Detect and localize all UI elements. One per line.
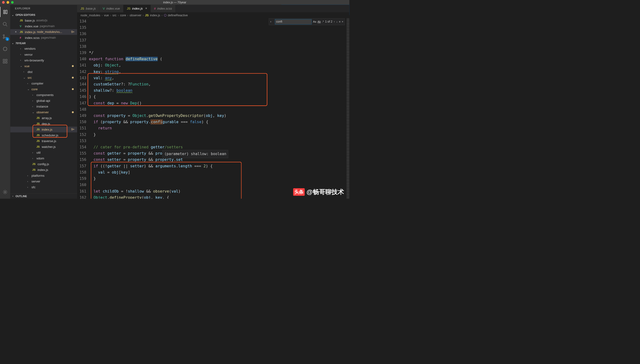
maximize-window[interactable] bbox=[11, 1, 14, 4]
tab-base-js[interactable]: JSbase.js bbox=[77, 5, 99, 12]
js-file-icon: JS bbox=[145, 14, 149, 17]
js-file-icon: JS bbox=[32, 168, 36, 172]
minimize-window[interactable] bbox=[7, 1, 9, 4]
js-file-icon: JS bbox=[127, 7, 131, 10]
svg-point-4 bbox=[3, 47, 7, 51]
modified-dot-icon bbox=[72, 88, 74, 90]
window-controls bbox=[2, 1, 14, 4]
tree-file[interactable]: JSarray.js bbox=[10, 115, 77, 121]
scss-file-icon: # bbox=[154, 7, 156, 10]
titlebar: index.js — 70year bbox=[0, 0, 350, 5]
js-file-icon: JS bbox=[81, 7, 84, 10]
explorer-icon[interactable] bbox=[0, 7, 10, 17]
code-lines[interactable]: (parameter) shallow: boolean */export fu… bbox=[89, 18, 349, 198]
tree-folder[interactable]: ›util bbox=[10, 150, 77, 156]
open-editor-item[interactable]: × JS index.js node_modules/vu... 9+ bbox=[10, 29, 77, 35]
watermark-logo: 头条 bbox=[293, 188, 305, 196]
tab-index-js[interactable]: JSindex.js× bbox=[124, 5, 151, 12]
tree-folder[interactable]: ›instance bbox=[10, 104, 77, 109]
symbol-icon: ⬡ bbox=[164, 14, 167, 17]
code-editor[interactable]: › Aa Ab .* 1 of 2 ↑ ↓ ≡ × 13413513613713… bbox=[77, 18, 349, 198]
activity-bar: 1 bbox=[0, 5, 10, 199]
project-header[interactable]: ⌄ 70YEAR bbox=[10, 40, 77, 46]
problems-badge: 9+ bbox=[71, 30, 75, 34]
sidebar-title: EXPLORER bbox=[10, 5, 77, 12]
svg-point-3 bbox=[3, 37, 4, 38]
svg-rect-5 bbox=[3, 59, 5, 61]
tree-folder[interactable]: ›components bbox=[10, 92, 77, 98]
debug-icon[interactable] bbox=[0, 44, 10, 54]
sidebar: EXPLORER ⌄ OPEN EDITORS × JS base.js ass… bbox=[10, 5, 77, 199]
tab-bar: JSbase.js Vindex.vue JSindex.js× #index.… bbox=[77, 5, 349, 12]
tree-folder[interactable]: ⌄observer bbox=[10, 109, 77, 115]
tree-folder[interactable]: ›dist bbox=[10, 69, 77, 75]
open-editors-list: × JS base.js assets/js × V index.vue pag… bbox=[10, 18, 77, 40]
js-file-icon: JS bbox=[20, 30, 24, 34]
js-file-icon: JS bbox=[37, 140, 40, 142]
tree-folder[interactable]: ›global-api bbox=[10, 98, 77, 104]
tree-folder[interactable]: ›vendors bbox=[10, 46, 77, 52]
vue-file-icon: V bbox=[20, 25, 24, 28]
tree-folder[interactable]: ⌄vue bbox=[10, 63, 77, 69]
tree-folder[interactable]: ›vm-browserify bbox=[10, 58, 77, 63]
settings-icon[interactable] bbox=[0, 187, 10, 197]
breadcrumb[interactable]: node_modules› vue› src› core› observer› … bbox=[77, 12, 349, 18]
tab-index-scss[interactable]: #index.scss bbox=[151, 5, 176, 12]
window-title: index.js — 70year bbox=[163, 1, 186, 4]
open-editor-item[interactable]: × # index.scss pages/main bbox=[10, 35, 77, 40]
minimap[interactable] bbox=[347, 18, 350, 198]
tree-folder[interactable]: ⌄core bbox=[10, 86, 77, 92]
svg-point-1 bbox=[3, 34, 4, 36]
tree-file[interactable]: JSwatcher.js bbox=[10, 144, 77, 150]
chevron-right-icon: › bbox=[11, 195, 15, 197]
close-icon[interactable]: × bbox=[15, 30, 18, 34]
tree-folder[interactable]: ›vdom bbox=[10, 156, 77, 161]
tree-file[interactable]: JSscheduler.js bbox=[10, 132, 77, 138]
tree-folder[interactable]: ›verror bbox=[10, 52, 77, 58]
modified-dot-icon bbox=[72, 76, 74, 78]
source-control-icon[interactable]: 1 bbox=[0, 32, 10, 42]
js-file-icon: JS bbox=[32, 162, 36, 166]
svg-point-9 bbox=[5, 191, 6, 192]
tree-file[interactable]: JSindex.js bbox=[10, 167, 77, 173]
vue-file-icon: V bbox=[103, 7, 105, 10]
js-file-icon: JS bbox=[37, 145, 40, 148]
tree-file[interactable]: JSdep.js bbox=[10, 121, 77, 126]
close-window[interactable] bbox=[2, 1, 5, 4]
close-icon[interactable]: × bbox=[145, 7, 147, 10]
open-editor-item[interactable]: × JS base.js assets/js bbox=[10, 18, 77, 23]
tree-file[interactable]: JSindex.js9+ bbox=[10, 126, 77, 132]
chevron-down-icon: ⌄ bbox=[11, 14, 15, 16]
svg-point-0 bbox=[3, 22, 6, 26]
modified-dot-icon bbox=[72, 112, 74, 113]
scm-badge: 1 bbox=[6, 37, 9, 41]
watermark: 头条 @畅哥聊技术 bbox=[293, 188, 344, 196]
tree-folder[interactable]: ›sfc bbox=[10, 184, 77, 190]
tree-file[interactable]: JSconfig.js bbox=[10, 161, 77, 167]
js-file-icon: JS bbox=[37, 116, 40, 120]
modified-dot-icon bbox=[72, 65, 74, 67]
js-file-icon: JS bbox=[20, 19, 24, 22]
svg-rect-7 bbox=[3, 62, 5, 63]
tree-folder[interactable]: ›platforms bbox=[10, 173, 77, 179]
hover-tooltip: (parameter) shallow: boolean bbox=[162, 150, 228, 158]
js-file-icon: JS bbox=[37, 128, 40, 131]
svg-rect-6 bbox=[6, 59, 7, 61]
editor-area: JSbase.js Vindex.vue JSindex.js× #index.… bbox=[77, 5, 349, 199]
tree-folder[interactable]: ⌄src bbox=[10, 75, 77, 80]
search-icon[interactable] bbox=[0, 19, 10, 30]
problems-badge: 9+ bbox=[71, 128, 75, 131]
tab-index-vue[interactable]: Vindex.vue bbox=[99, 5, 123, 12]
scss-file-icon: # bbox=[20, 36, 24, 40]
outline-header[interactable]: › OUTLINE bbox=[10, 194, 77, 199]
tree-file[interactable]: JStraverse.js bbox=[10, 138, 77, 144]
tree-folder[interactable]: ›compiler bbox=[10, 80, 77, 86]
file-tree: ›vendors ›verror ›vm-browserify ⌄vue ›di… bbox=[10, 46, 77, 194]
open-editor-item[interactable]: × V index.vue pages/main bbox=[10, 23, 77, 29]
svg-rect-8 bbox=[6, 62, 7, 63]
js-file-icon: JS bbox=[37, 122, 40, 125]
open-editors-header[interactable]: ⌄ OPEN EDITORS bbox=[10, 12, 77, 18]
line-numbers: 1341351361371381391401411421431441451461… bbox=[77, 18, 89, 198]
tree-folder[interactable]: ›server bbox=[10, 179, 77, 184]
extensions-icon[interactable] bbox=[0, 56, 10, 66]
